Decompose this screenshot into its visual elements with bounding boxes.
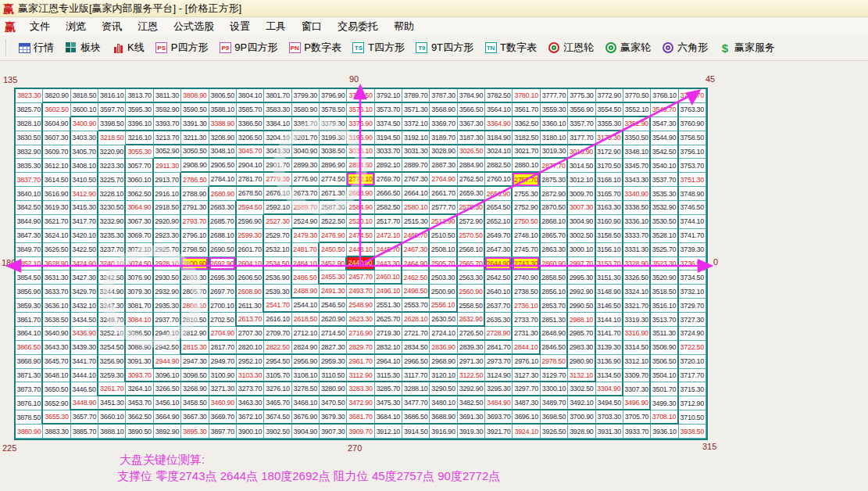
toolbar-button-9T四方形[interactable]: T99T四方形	[411, 39, 478, 56]
matrix-cell: 3528.10	[651, 229, 678, 243]
matrix-cell: 2712.10	[292, 327, 320, 341]
matrix-cell: 3031.30	[402, 145, 430, 159]
matrix-cell: 3424.90	[71, 257, 98, 271]
matrix-cell: 2942.50	[154, 341, 181, 355]
matrix-cell: 3360.10	[541, 117, 568, 131]
matrix-cell: 3348.10	[623, 145, 651, 159]
matrix-cell: 2503.30	[430, 271, 457, 285]
menu-item-2[interactable]: 资讯	[94, 18, 130, 35]
menu-item-9[interactable]: 帮助	[386, 18, 422, 35]
menu-item-4[interactable]: 公式选股	[166, 18, 222, 35]
matrix-cell: 2604.10	[237, 257, 264, 271]
matrix-cell: 3890.50	[126, 425, 153, 439]
matrix-cell: 2642.50	[485, 271, 513, 285]
matrix-cell: 2695.30	[209, 271, 237, 285]
matrix-cell: 2836.90	[430, 341, 457, 355]
matrix-cell: 3703.30	[596, 410, 623, 425]
matrix-cell: 3741.70	[679, 229, 706, 243]
matrix-cell: 3319.30	[623, 313, 651, 327]
matrix-cell: 3789.70	[402, 89, 430, 103]
matrix-cell: 3122.50	[458, 369, 485, 383]
toolbar-button-赢家服务[interactable]: $赢家服务	[714, 39, 780, 56]
matrix-cell: 3444.10	[71, 369, 98, 383]
toolbar-button-板块[interactable]: 板块	[60, 39, 105, 56]
matrix-cell: 3688.90	[430, 410, 457, 425]
menu-item-3[interactable]: 江恩	[130, 18, 166, 35]
matrix-cell: 3542.50	[651, 145, 678, 159]
matrix-cell: 3259.30	[98, 369, 126, 383]
matrix-cell: 2637.70	[485, 299, 513, 313]
matrix-cell: 3792.10	[375, 89, 402, 103]
matrix-cell: 3048.10	[209, 145, 237, 159]
matrix-cell: 3192.10	[402, 131, 430, 145]
matrix-cell: 3218.50	[98, 131, 126, 145]
matrix-cell: 3712.90	[679, 396, 706, 410]
menu-item-0[interactable]: 文件	[22, 18, 58, 35]
angle-label-315: 315	[702, 442, 716, 451]
matrix-cell: 3086.50	[126, 327, 153, 341]
matrix-cell: 3194.50	[375, 131, 402, 145]
menu-item-8[interactable]: 交易委托	[330, 18, 386, 35]
toolbar-button-江恩轮[interactable]: 江恩轮	[543, 39, 598, 56]
menu-item-6[interactable]: 工具	[258, 18, 294, 35]
matrix-cell: 3732.10	[679, 285, 706, 299]
time-number-table-icon: TN	[484, 41, 497, 54]
matrix-cell: 3518.50	[651, 285, 678, 299]
matrix-cell: 3093.70	[126, 369, 153, 383]
toolbar-button-T四方形[interactable]: TST四方形	[348, 39, 409, 56]
matrix-cell: 3379.30	[320, 117, 347, 131]
matrix-cell: 2918.50	[154, 201, 181, 215]
matrix-cell: 3772.90	[596, 89, 623, 103]
toolbar-button-行情[interactable]: 行情	[13, 39, 59, 56]
matrix-cell: 3612.10	[43, 159, 70, 173]
matrix-cell: 2620.90	[320, 313, 347, 327]
matrix-cell: 3760.90	[679, 117, 706, 131]
menu-item-1[interactable]: 浏览	[58, 18, 94, 35]
matrix-cell: 3076.90	[126, 271, 153, 285]
matrix-cell: 3338.50	[623, 201, 651, 215]
matrix-cell: 3309.70	[623, 369, 651, 383]
toolbar-button-T数字表[interactable]: TNT数字表	[480, 39, 541, 56]
matrix-cell: 2455.30	[320, 271, 347, 285]
matrix-cell: 3468.10	[292, 396, 320, 410]
matrix-cell: 3050.50	[181, 145, 209, 159]
matrix-cell: 3727.30	[679, 313, 706, 327]
matrix-cell: 3297.70	[513, 382, 540, 396]
toolbar-button-9P四方形[interactable]: P99P四方形	[214, 39, 282, 56]
matrix-cell: 3069.70	[126, 229, 153, 243]
toolbar-button-P四方形[interactable]: PSP四方形	[151, 39, 213, 56]
matrix-cell: 3007.30	[568, 201, 595, 215]
matrix-cell: 2707.30	[237, 327, 264, 341]
matrix-cell: 3540.10	[651, 159, 678, 173]
menu-item-5[interactable]: 设置	[222, 18, 258, 35]
matrix-cell: 3134.50	[596, 369, 623, 383]
matrix-cell: 3324.10	[623, 285, 651, 299]
matrix-cell: 3033.70	[375, 145, 402, 159]
matrix-cell: 2587.30	[320, 201, 347, 215]
menu-item-7[interactable]: 窗口	[294, 18, 330, 35]
matrix-cell: 3859.30	[16, 299, 43, 313]
matrix-cell: 2685.70	[209, 215, 237, 229]
toolbar-button-K线[interactable]: K线	[107, 39, 149, 56]
toolbar-button-P数字表[interactable]: PNP数字表	[284, 39, 346, 56]
toolbar-button-六角形[interactable]: 六角形	[657, 39, 713, 56]
matrix-cell: 3710.50	[679, 410, 706, 425]
matrix-cell: 2580.10	[402, 201, 430, 215]
matrix-cell: 2536.90	[264, 271, 291, 285]
matrix-cell: 3645.70	[43, 355, 70, 369]
toolbar-button-赢家轮[interactable]: 赢家轮	[600, 39, 655, 56]
matrix-cell: 2496.10	[375, 285, 402, 299]
matrix-cell: 3868.90	[16, 355, 43, 369]
matrix-cell: 3043.30	[264, 145, 291, 159]
matrix-cell: 3844.90	[16, 215, 43, 229]
matrix-cell: 2824.90	[292, 341, 320, 355]
matrix-cell: 3276.10	[264, 382, 291, 396]
time-square-icon: TS	[352, 41, 365, 54]
matrix-cell: 2856.10	[541, 285, 568, 299]
matrix-cell: 2932.90	[154, 285, 181, 299]
matrix-cell: 3650.50	[43, 382, 70, 396]
matrix-cell: 2488.90	[292, 285, 320, 299]
matrix-cell: 3609.70	[43, 145, 70, 159]
matrix-cell: 2928.10	[154, 257, 181, 271]
matrix-cell: 3825.70	[16, 103, 43, 117]
